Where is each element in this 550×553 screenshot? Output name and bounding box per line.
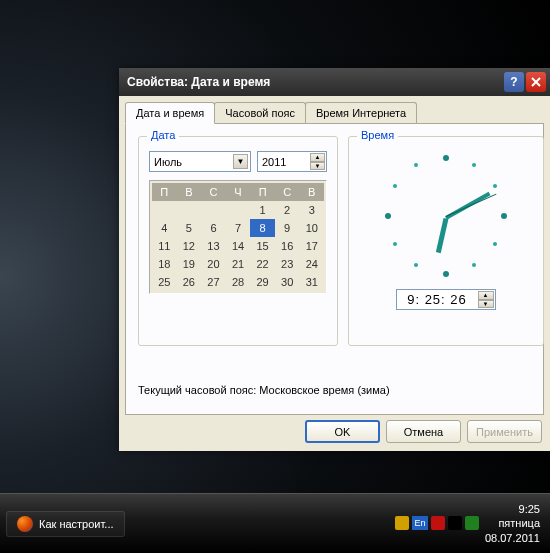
apply-button[interactable]: Применить bbox=[467, 420, 542, 443]
calendar-day-cell[interactable]: 27 bbox=[201, 273, 226, 291]
tray-security-icon[interactable] bbox=[431, 516, 445, 530]
calendar-empty-cell bbox=[152, 201, 177, 219]
clock-tick bbox=[493, 184, 497, 188]
calendar-day-cell[interactable]: 5 bbox=[177, 219, 202, 237]
calendar-day-cell[interactable]: 9 bbox=[275, 219, 300, 237]
calendar-day-cell[interactable]: 8 bbox=[250, 219, 275, 237]
clock-tick bbox=[414, 163, 418, 167]
taskbar: Как настроит... En 9:25 пятница 08.07.20… bbox=[0, 493, 550, 553]
titlebar[interactable]: Свойства: Дата и время ? bbox=[119, 68, 550, 96]
calendar-day-cell[interactable]: 29 bbox=[250, 273, 275, 291]
clock-tick bbox=[393, 184, 397, 188]
tray-time: 9:25 bbox=[485, 502, 540, 516]
tray-network-icon[interactable] bbox=[465, 516, 479, 530]
taskbar-app-button[interactable]: Как настроит... bbox=[6, 511, 125, 537]
clock-tick bbox=[393, 242, 397, 246]
calendar-weekday-header: Ч bbox=[226, 183, 251, 201]
calendar-weekday-header: С bbox=[275, 183, 300, 201]
calendar-weekday-header: П bbox=[152, 183, 177, 201]
year-down-button[interactable]: ▼ bbox=[310, 162, 325, 171]
dialog-button-row: OK Отмена Применить bbox=[305, 420, 542, 443]
calendar-day-cell[interactable]: 18 bbox=[152, 255, 177, 273]
calendar-weekday-header: В bbox=[177, 183, 202, 201]
firefox-icon bbox=[17, 516, 33, 532]
calendar-empty-cell bbox=[177, 201, 202, 219]
calendar-day-cell[interactable]: 16 bbox=[275, 237, 300, 255]
calendar-day-cell[interactable]: 6 bbox=[201, 219, 226, 237]
calendar-day-cell[interactable]: 23 bbox=[275, 255, 300, 273]
calendar-day-cell[interactable]: 14 bbox=[226, 237, 251, 255]
clock-hour-hand bbox=[436, 218, 449, 253]
clock-tick bbox=[472, 163, 476, 167]
system-tray: En 9:25 пятница 08.07.2011 bbox=[395, 502, 544, 545]
calendar-weekday-header: С bbox=[201, 183, 226, 201]
calendar-day-cell[interactable]: 20 bbox=[201, 255, 226, 273]
clock-tick bbox=[443, 271, 449, 277]
month-value: Июль bbox=[154, 156, 182, 168]
calendar-day-cell[interactable]: 4 bbox=[152, 219, 177, 237]
time-input[interactable]: 9: 25: 26 ▲ ▼ bbox=[396, 289, 496, 310]
clock-tick bbox=[414, 263, 418, 267]
date-groupbox: Дата Июль ▼ 2011 ▲ ▼ ПВСЧПСВ 12345678910… bbox=[138, 136, 338, 346]
calendar-day-cell[interactable]: 1 bbox=[250, 201, 275, 219]
close-button[interactable] bbox=[526, 72, 546, 92]
calendar-day-cell[interactable]: 25 bbox=[152, 273, 177, 291]
tray-weekday: пятница bbox=[485, 516, 540, 530]
dialog-title: Свойства: Дата и время bbox=[127, 75, 504, 89]
calendar-day-cell[interactable]: 13 bbox=[201, 237, 226, 255]
calendar-weekday-header: П bbox=[250, 183, 275, 201]
language-indicator[interactable]: En bbox=[412, 516, 428, 530]
tabstrip: Дата и время Часовой пояс Время Интернет… bbox=[119, 96, 550, 123]
time-value: 9: 25: 26 bbox=[407, 292, 467, 307]
tab-timezone[interactable]: Часовой пояс bbox=[214, 102, 306, 123]
time-down-button[interactable]: ▼ bbox=[478, 300, 494, 309]
calendar-day-cell[interactable]: 26 bbox=[177, 273, 202, 291]
calendar-day-cell[interactable]: 28 bbox=[226, 273, 251, 291]
chevron-down-icon: ▼ bbox=[233, 154, 248, 169]
datetime-properties-dialog: Свойства: Дата и время ? Дата и время Ча… bbox=[119, 68, 550, 451]
calendar: ПВСЧПСВ 12345678910111213141516171819202… bbox=[149, 180, 327, 294]
calendar-empty-cell bbox=[201, 201, 226, 219]
year-value: 2011 bbox=[262, 156, 286, 168]
calendar-day-cell[interactable]: 31 bbox=[299, 273, 324, 291]
tab-date-time[interactable]: Дата и время bbox=[125, 102, 215, 124]
ok-button[interactable]: OK bbox=[305, 420, 380, 443]
calendar-day-cell[interactable]: 15 bbox=[250, 237, 275, 255]
cancel-button[interactable]: Отмена bbox=[386, 420, 461, 443]
calendar-day-cell[interactable]: 21 bbox=[226, 255, 251, 273]
calendar-day-cell[interactable]: 22 bbox=[250, 255, 275, 273]
help-button[interactable]: ? bbox=[504, 72, 524, 92]
calendar-day-cell[interactable]: 2 bbox=[275, 201, 300, 219]
calendar-day-cell[interactable]: 12 bbox=[177, 237, 202, 255]
tray-clock[interactable]: 9:25 пятница 08.07.2011 bbox=[485, 502, 544, 545]
calendar-day-cell[interactable]: 7 bbox=[226, 219, 251, 237]
calendar-day-cell[interactable]: 3 bbox=[299, 201, 324, 219]
tray-volume-icon[interactable] bbox=[448, 516, 462, 530]
clock-sec-hand bbox=[446, 194, 497, 217]
tab-page: Дата Июль ▼ 2011 ▲ ▼ ПВСЧПСВ 12345678910… bbox=[125, 123, 544, 415]
tray-shield-icon[interactable] bbox=[395, 516, 409, 530]
tray-date: 08.07.2011 bbox=[485, 531, 540, 545]
time-up-button[interactable]: ▲ bbox=[478, 291, 494, 300]
clock-tick bbox=[501, 213, 507, 219]
tab-internet-time[interactable]: Время Интернета bbox=[305, 102, 417, 123]
calendar-day-cell[interactable]: 10 bbox=[299, 219, 324, 237]
month-select[interactable]: Июль ▼ bbox=[149, 151, 251, 172]
calendar-day-cell[interactable]: 19 bbox=[177, 255, 202, 273]
calendar-empty-cell bbox=[226, 201, 251, 219]
clock-tick bbox=[493, 242, 497, 246]
analog-clock bbox=[371, 151, 521, 281]
taskbar-app-label: Как настроит... bbox=[39, 518, 114, 530]
calendar-day-cell[interactable]: 24 bbox=[299, 255, 324, 273]
calendar-day-cell[interactable]: 11 bbox=[152, 237, 177, 255]
date-legend: Дата bbox=[147, 129, 179, 141]
clock-tick bbox=[385, 213, 391, 219]
calendar-day-cell[interactable]: 30 bbox=[275, 273, 300, 291]
clock-tick bbox=[443, 155, 449, 161]
year-up-button[interactable]: ▲ bbox=[310, 153, 325, 162]
calendar-day-cell[interactable]: 17 bbox=[299, 237, 324, 255]
time-groupbox: Время 9: 25: 26 ▲ ▼ bbox=[348, 136, 544, 346]
time-legend: Время bbox=[357, 129, 398, 141]
calendar-weekday-header: В bbox=[299, 183, 324, 201]
year-spinner[interactable]: 2011 ▲ ▼ bbox=[257, 151, 327, 172]
